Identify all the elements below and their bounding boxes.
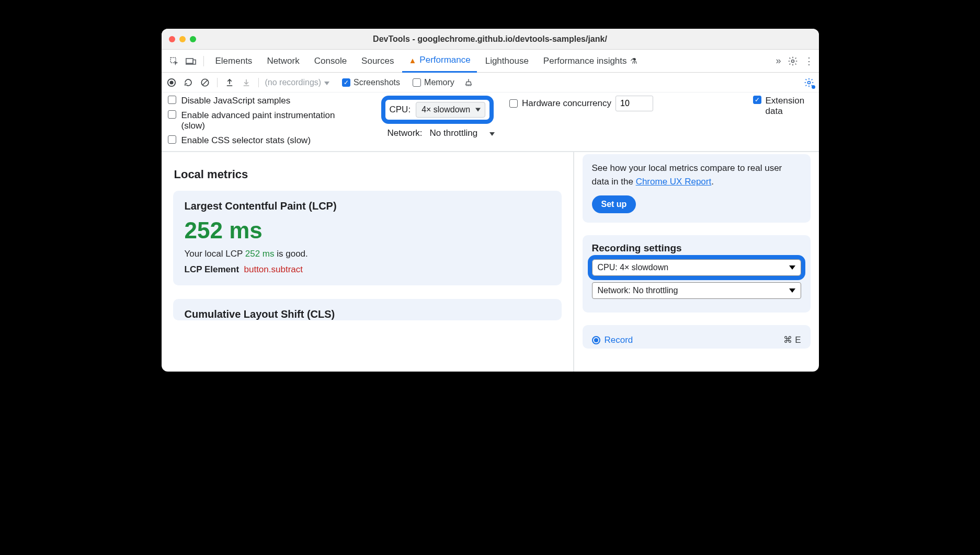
cpu-throttle-select[interactable]: 4× slowdown (416, 102, 485, 118)
recordings-dropdown[interactable]: (no recordings) (265, 78, 330, 87)
collect-garbage-icon[interactable] (463, 77, 474, 88)
devtools-window: DevTools - googlechrome.github.io/devtoo… (162, 29, 819, 372)
hardware-concurrency-row: Hardware concurrency (509, 96, 653, 111)
svg-rect-2 (193, 60, 196, 64)
disable-js-checkbox[interactable]: Disable JavaScript samples (168, 96, 367, 106)
network-throttle-select[interactable]: No throttling (430, 128, 495, 138)
upload-icon[interactable] (224, 77, 235, 88)
cpu-throttle-highlight: CPU: 4× slowdown (381, 96, 494, 124)
lcp-description: Your local LCP 252 ms is good. (185, 249, 550, 259)
reload-icon[interactable] (183, 77, 194, 88)
main-content: Local metrics Largest Contentful Paint (… (162, 152, 819, 372)
tab-lighthouse[interactable]: Lighthouse (479, 50, 535, 73)
setup-button[interactable]: Set up (592, 195, 636, 213)
cls-card: Cumulative Layout Shift (CLS) (173, 299, 562, 320)
record-dot-icon (592, 336, 600, 344)
lcp-value: 252 ms (185, 217, 550, 244)
field-data-text: See how your local metrics compare to re… (592, 161, 801, 188)
svg-rect-1 (186, 59, 192, 63)
traffic-lights (169, 36, 196, 42)
window-title: DevTools - googlechrome.github.io/devtoo… (162, 34, 819, 44)
lcp-card: Largest Contentful Paint (LCP) 252 ms Yo… (173, 191, 562, 285)
clear-icon[interactable] (199, 77, 211, 88)
minimize-window-button[interactable] (179, 36, 186, 42)
download-icon[interactable] (241, 77, 252, 88)
sidebar-panel[interactable]: See how your local metrics compare to re… (573, 152, 819, 372)
svg-point-3 (791, 60, 794, 62)
tab-performance[interactable]: ▲ Performance (402, 50, 476, 73)
record-icon[interactable] (166, 77, 177, 88)
extension-data-checkbox[interactable]: ✓ Extension data (753, 96, 813, 117)
checkbox-icon (413, 78, 421, 87)
flask-icon: ⚗ (630, 56, 637, 66)
main-tabs: Elements Network Console Sources ▲ Perfo… (162, 50, 819, 73)
local-metrics-panel[interactable]: Local metrics Largest Contentful Paint (… (162, 152, 573, 372)
recording-network-select[interactable]: Network: No throttling (592, 282, 801, 299)
checkbox-icon: ✓ (753, 96, 761, 104)
checkbox-icon (168, 135, 176, 144)
field-data-card: See how your local metrics compare to re… (583, 154, 811, 223)
tab-performance-insights[interactable]: Performance insights ⚗ (537, 50, 643, 73)
svg-point-5 (169, 80, 173, 84)
device-toggle-icon[interactable] (184, 54, 198, 68)
cpu-label: CPU: (390, 105, 411, 115)
lcp-element-link[interactable]: button.subtract (244, 264, 303, 274)
local-metrics-heading: Local metrics (174, 168, 562, 181)
cls-title: Cumulative Layout Shift (CLS) (185, 308, 550, 320)
kebab-menu-icon[interactable]: ⋮ (804, 55, 814, 67)
warning-icon: ▲ (408, 56, 416, 65)
capture-settings-gear-icon[interactable] (803, 77, 815, 88)
zoom-window-button[interactable] (190, 36, 196, 42)
lcp-title: Largest Contentful Paint (LCP) (185, 200, 550, 212)
screenshots-checkbox[interactable]: ✓ Screenshots (342, 78, 400, 87)
hw-concurrency-label: Hardware concurrency (522, 98, 611, 109)
network-label: Network: (388, 128, 423, 138)
advanced-paint-checkbox[interactable]: Enable advanced paint instrumentation (s… (168, 110, 367, 131)
recording-cpu-select[interactable]: CPU: 4× slowdown (592, 259, 801, 276)
overflow-tabs-icon[interactable]: » (776, 55, 781, 66)
record-button[interactable]: Record (592, 335, 633, 345)
inspect-icon[interactable] (167, 54, 181, 68)
lcp-element-row: LCP Element button.subtract (185, 264, 550, 275)
memory-checkbox[interactable]: Memory (413, 78, 454, 87)
tabs-right-cluster: » ⋮ (776, 55, 813, 67)
tab-sources[interactable]: Sources (355, 50, 400, 73)
tab-console[interactable]: Console (308, 50, 353, 73)
recording-settings-heading: Recording settings (592, 242, 801, 254)
tab-elements[interactable]: Elements (209, 50, 259, 73)
svg-point-7 (807, 81, 810, 84)
recording-settings-card: Recording settings CPU: 4× slowdown Netw… (583, 235, 811, 313)
hw-concurrency-checkbox[interactable] (509, 99, 518, 108)
checkbox-icon (168, 110, 176, 119)
hw-concurrency-input[interactable] (616, 96, 653, 111)
record-shortcut: ⌘ E (783, 334, 801, 345)
perf-toolbar: (no recordings) ✓ Screenshots Memory (162, 73, 819, 92)
css-selector-stats-checkbox[interactable]: Enable CSS selector stats (slow) (168, 135, 367, 146)
tab-network[interactable]: Network (260, 50, 305, 73)
record-card: Record ⌘ E (583, 325, 811, 349)
checkbox-icon: ✓ (342, 78, 350, 87)
settings-gear-icon[interactable] (788, 56, 798, 66)
checkbox-icon (168, 96, 176, 104)
crux-report-link[interactable]: Chrome UX Report (636, 177, 712, 187)
close-window-button[interactable] (169, 36, 175, 42)
capture-settings-panel: Disable JavaScript samples Enable advanc… (162, 92, 819, 152)
titlebar: DevTools - googlechrome.github.io/devtoo… (162, 29, 819, 50)
